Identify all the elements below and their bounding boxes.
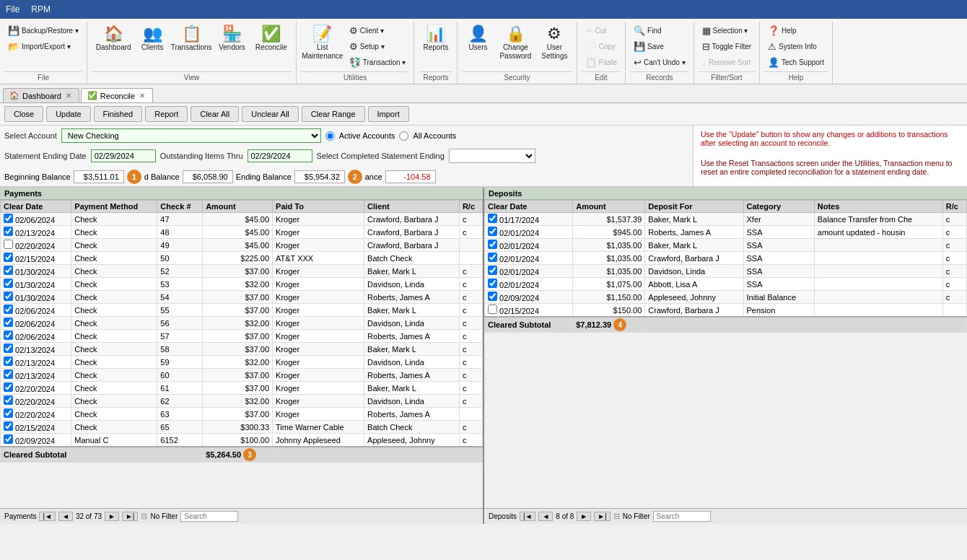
save-button[interactable]: 💾 Save: [630, 39, 689, 54]
clear-all-button[interactable]: Clear All: [191, 106, 239, 122]
table-row[interactable]: 02/01/2024 $1,035.00 Crawford, Barbara J…: [485, 252, 967, 265]
deposits-first-nav[interactable]: |◄: [520, 512, 536, 521]
table-row[interactable]: 02/13/2024 Check 48 $45.00 Kroger Crawfo…: [1, 226, 483, 239]
help-line2: Use the Reset Transactions screen under …: [701, 159, 960, 176]
clients-button[interactable]: 👥 Clients: [136, 23, 168, 55]
table-row[interactable]: 02/06/2024 Check 56 $32.00 Kroger Davids…: [1, 317, 483, 330]
payments-cleared-subtotal-value: $5,264.50 3: [203, 447, 273, 463]
copy-button[interactable]: 📄 Copy: [582, 39, 621, 54]
table-row[interactable]: 02/01/2024 $1,035.00 Baker, Mark L SSA c: [485, 239, 967, 252]
deposits-cleared-subtotal-label: Cleared Subtotal: [485, 317, 573, 333]
vendors-button[interactable]: 🏪 Vendors: [214, 23, 250, 55]
clear-range-button[interactable]: Clear Range: [302, 106, 365, 122]
table-row[interactable]: 01/30/2024 Check 52 $37.00 Kroger Baker,…: [1, 265, 483, 278]
setup-button[interactable]: ⚙ Setup ▾: [346, 39, 410, 54]
list-maintenance-button[interactable]: 📝 ListMaintenance: [301, 23, 344, 64]
reconcile-tab-close[interactable]: ✕: [139, 92, 145, 100]
client-setup-button[interactable]: ⚙ Client ▾: [346, 23, 410, 38]
table-row[interactable]: 02/06/2024 Check 55 $37.00 Kroger Baker,…: [1, 304, 483, 317]
remove-sort-button[interactable]: ↕ Remove Sort: [699, 55, 755, 70]
table-row[interactable]: 02/13/2024 Check 59 $32.00 Kroger Davids…: [1, 356, 483, 369]
reconcile-button[interactable]: ✅ Reconcile: [251, 23, 292, 55]
clients-icon: 👥: [143, 26, 162, 42]
table-row[interactable]: 01/17/2024 $1,537.39 Baker, Mark L Xfer …: [485, 213, 967, 226]
help-button[interactable]: ❓ Help: [764, 23, 828, 38]
transaction-button[interactable]: 💱 Transaction ▾: [346, 55, 410, 70]
payments-search-input[interactable]: [180, 511, 238, 522]
user-settings-button[interactable]: ⚙ UserSettings: [537, 23, 572, 64]
help-line1: Use the "Update" button to show any chan…: [701, 130, 960, 147]
finished-button[interactable]: Finished: [94, 106, 143, 122]
payments-filter-label: No Filter: [150, 512, 178, 520]
table-row[interactable]: 02/06/2024 Check 47 $45.00 Kroger Crawfo…: [1, 213, 483, 226]
report-button[interactable]: Report: [145, 106, 188, 122]
toggle-filter-button[interactable]: ⊟ Toggle Filter: [699, 39, 755, 54]
all-accounts-radio[interactable]: [399, 131, 408, 141]
deposits-prev-nav[interactable]: ◄: [538, 512, 553, 521]
table-row[interactable]: 02/15/2024 Check 65 $300.33 Time Warner …: [1, 421, 483, 434]
tech-support-button[interactable]: 👤 Tech Support: [764, 55, 828, 70]
update-button[interactable]: Update: [46, 106, 90, 122]
table-row[interactable]: 02/09/2024 $1,150.00 Appleseed, Johnny I…: [485, 291, 967, 304]
table-row[interactable]: 02/13/2024 Check 60 $37.00 Kroger Robert…: [1, 369, 483, 382]
reconcile-tab[interactable]: ✅ Reconcile ✕: [81, 88, 153, 102]
active-accounts-radio[interactable]: [325, 131, 335, 141]
table-row[interactable]: 02/13/2024 Check 58 $37.00 Kroger Baker,…: [1, 343, 483, 356]
table-row[interactable]: 02/20/2024 Check 61 $37.00 Kroger Baker,…: [1, 382, 483, 395]
table-row[interactable]: 02/01/2024 $945.00 Roberts, James A SSA …: [485, 226, 967, 239]
find-button[interactable]: 🔍 Find: [630, 23, 689, 38]
payments-prev-nav[interactable]: ◄: [58, 512, 73, 521]
paste-button[interactable]: 📋 Paste: [582, 55, 621, 70]
dashboard-tab-icon: 🏠: [9, 91, 19, 100]
table-row[interactable]: 01/30/2024 Check 54 $37.00 Kroger Robert…: [1, 291, 483, 304]
outstanding-items-thru-input[interactable]: [248, 149, 312, 162]
selection-button[interactable]: ▦ Selection ▾: [699, 23, 755, 38]
table-row[interactable]: 02/20/2024 Check 62 $32.00 Kroger Davids…: [1, 395, 483, 408]
transactions-icon: 📋: [182, 26, 201, 42]
statement-ending-date-input[interactable]: [91, 149, 156, 162]
cut-button[interactable]: ✂ Cut: [582, 23, 621, 38]
deposits-nav-info: 8 of 8: [556, 512, 574, 520]
users-button[interactable]: 👤 Users: [462, 23, 494, 55]
cant-undo-button[interactable]: ↩ Can't Undo ▾: [630, 55, 689, 70]
payments-last-nav[interactable]: ►|: [122, 512, 139, 521]
file-menu[interactable]: File: [6, 4, 19, 14]
table-row[interactable]: 01/30/2024 Check 53 $32.00 Kroger Davids…: [1, 278, 483, 291]
unclear-all-button[interactable]: Unclear All: [242, 106, 299, 122]
table-row[interactable]: 02/01/2024 $1,035.00 Davidson, Linda SSA…: [485, 265, 967, 278]
payments-col-rc: R/c: [459, 201, 482, 213]
rpm-menu[interactable]: RPM: [31, 4, 51, 14]
change-password-button[interactable]: 🔒 ChangePassword: [495, 23, 535, 64]
completed-statement-select[interactable]: [449, 149, 535, 163]
table-row[interactable]: 02/06/2024 Check 57 $37.00 Kroger Robert…: [1, 330, 483, 343]
reports-button[interactable]: 📊 Reports: [419, 23, 452, 55]
table-row[interactable]: 02/20/2024 Check 49 $45.00 Kroger Crawfo…: [1, 239, 483, 252]
system-info-icon: ⚠: [768, 41, 776, 52]
deposits-status-label: Deposits: [489, 512, 517, 520]
reconcile-icon: ✅: [261, 26, 281, 42]
transactions-button[interactable]: 📋 Transactions: [170, 23, 213, 55]
table-row[interactable]: 02/09/2024 Manual C 6152 $100.00 Johnny …: [1, 434, 483, 447]
payments-next-nav[interactable]: ►: [105, 512, 119, 521]
backup-restore-button[interactable]: 💾 Backup/Restore ▾: [4, 23, 82, 38]
dashboard-tab[interactable]: 🏠 Dashboard ✕: [3, 88, 79, 102]
dashboard-button[interactable]: 🏠 Dashboard: [92, 23, 135, 55]
deposits-next-nav[interactable]: ►: [577, 512, 591, 521]
import-button[interactable]: Import: [368, 106, 409, 122]
deposits-col-clear: Clear Date: [485, 201, 573, 213]
deposits-last-nav[interactable]: ►|: [594, 512, 611, 521]
payments-first-nav[interactable]: |◄: [39, 512, 56, 521]
system-info-button[interactable]: ⚠ System Info: [764, 39, 828, 54]
table-row[interactable]: 02/15/2024 $150.00 Crawford, Barbara J P…: [485, 304, 967, 318]
table-row[interactable]: 02/20/2024 Check 63 $37.00 Kroger Robert…: [1, 408, 483, 421]
account-select[interactable]: New Checking: [61, 128, 321, 143]
close-button[interactable]: Close: [4, 106, 43, 122]
select-completed-label: Select Completed Statement Ending: [317, 152, 445, 160]
table-row[interactable]: 02/01/2024 $1,075.00 Abbott, Lisa A SSA …: [485, 278, 967, 291]
dashboard-tab-close[interactable]: ✕: [66, 92, 71, 100]
table-row[interactable]: 02/15/2024 Check 50 $225.00 AT&T XXX Bat…: [1, 252, 483, 265]
deposits-search-input[interactable]: [653, 511, 711, 522]
deposits-cleared-subtotal-value: $7,812.39 4: [573, 317, 645, 333]
filter-sort-group-label: Filter/Sort: [699, 71, 755, 84]
import-export-button[interactable]: 📂 Import/Export ▾: [4, 39, 82, 54]
